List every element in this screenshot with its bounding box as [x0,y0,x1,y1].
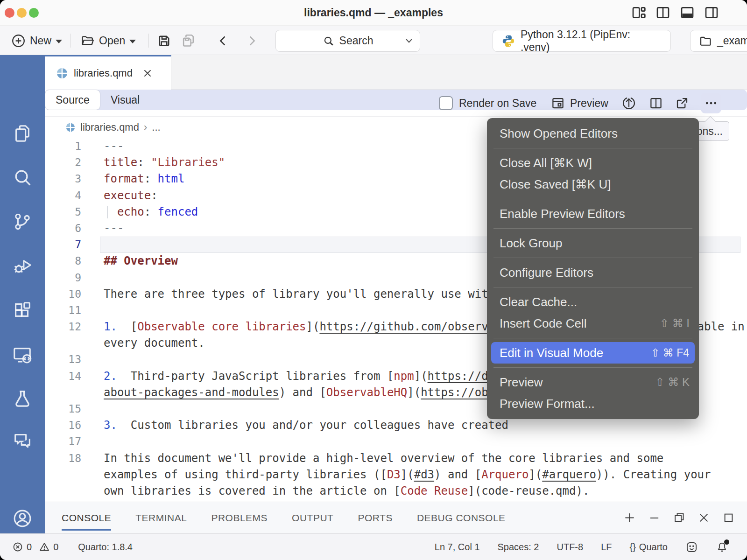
editor-toolbar: Source Visual Render on Save Preview [45,90,747,117]
explorer-icon[interactable] [12,123,33,144]
chevron-down-icon [129,40,136,43]
save-button[interactable] [157,26,171,55]
quarto-version-status[interactable]: Quarto: 1.8.4 [78,542,133,553]
indent-guide [107,206,108,218]
code-token: [ [117,320,137,333]
line-number: 10 [45,286,81,302]
feedback-smiley-icon[interactable] [685,541,698,553]
error-count: 0 [27,542,32,553]
panel-tab-output[interactable]: OUTPUT [292,502,333,534]
panel-close-icon[interactable] [698,511,710,524]
menu-item-enable-preview-editors[interactable]: Enable Preview Editors [487,203,699,224]
code-token: execute [104,189,151,202]
panel-restore-icon[interactable] [673,511,685,524]
toggle-panel-icon[interactable] [680,5,695,20]
open-label: Open [99,35,125,47]
search-input[interactable]: Search [275,30,420,52]
interpreter-selector[interactable]: Python 3.12.1 (PipEnv: .venv) [493,30,671,52]
comments-icon[interactable] [12,430,33,452]
tab-libraries-qmd[interactable]: libraries.qmd [45,55,171,90]
warning-icon [39,541,50,553]
navigate-forward-button[interactable] [245,26,259,55]
new-button[interactable]: New [11,26,62,55]
extensions-icon[interactable] [12,300,33,321]
menu-item-shortcut: ⇧ ⌘ F4 [651,347,689,359]
remote-explorer-icon[interactable] [12,344,33,366]
close-icon[interactable] [142,68,153,79]
panel-tab-terminal[interactable]: TERMINAL [135,502,187,534]
toolbar-divider [70,34,70,48]
render-circle-up-icon [622,96,636,110]
code-token: fenced [158,205,198,218]
accounts-icon[interactable] [12,508,33,529]
breadcrumb-ellipsis[interactable]: ... [152,121,160,133]
source-control-icon[interactable] [12,211,33,232]
language-mode-status[interactable]: {} Quarto [629,542,668,553]
save-all-button[interactable] [181,26,196,55]
menu-item-close-all-k-w[interactable]: Close All [⌘K W] [487,152,699,174]
toggle-secondary-sidebar-icon[interactable] [704,5,719,20]
code-line-16[interactable]: 163. Custom libraries you and/or your co… [45,417,747,434]
panel-tab-debug-console[interactable]: DEBUG CONSOLE [417,502,506,534]
indent-status[interactable]: Spaces: 2 [498,542,539,553]
project-button[interactable]: _examples [690,30,747,52]
ellipsis-icon [704,96,718,110]
render-document-button[interactable] [622,90,636,117]
problems-status[interactable]: 0 0 [12,541,58,553]
code-token: There are three types of library you'll … [104,287,529,301]
search-icon[interactable] [12,167,33,188]
panel-tab-problems[interactable]: PROBLEMS [211,502,268,534]
menu-item-preview[interactable]: Preview⇧ ⌘ K [487,371,699,393]
breadcrumb-file[interactable]: libraries.qmd [80,121,139,133]
notifications-bell[interactable] [716,541,728,553]
customize-layout-icon[interactable] [631,5,646,20]
code-line-18-wrap1[interactable]: examples of using third-party libraries … [45,467,747,483]
code-token: examples of using third-party libraries … [104,468,387,481]
line-number: 17 [45,434,81,450]
code-line-17[interactable]: 17 [45,434,747,450]
panel-minimize-icon[interactable] [648,511,661,524]
tab-label: libraries.qmd [74,67,133,79]
preview-button[interactable]: Preview [551,90,608,117]
panel-plus-icon[interactable] [623,511,636,524]
cursor-position-status[interactable]: Ln 7, Col 1 [435,542,480,553]
line-number: 13 [45,351,81,368]
run-debug-icon[interactable] [12,255,33,277]
render-on-save-checkbox[interactable] [439,96,453,110]
more-actions-button[interactable] [701,93,721,113]
encoding-status[interactable]: UTF-8 [557,542,583,553]
menu-item-configure-editors[interactable]: Configure Editors [487,262,699,283]
panel-maximize-icon[interactable] [722,511,735,524]
menu-item-close-saved-k-u[interactable]: Close Saved [⌘K U] [487,174,699,195]
eol-status[interactable]: LF [601,542,612,553]
line-number: 2 [45,154,81,171]
code-line-18[interactable]: 18In this document we'll provide a high-… [45,450,747,467]
line-number: 8 [45,253,81,269]
source-mode-button[interactable]: Source [45,90,100,110]
menu-item-preview-format[interactable]: Preview Format... [487,393,699,414]
top-toolbar: New Open Search [0,26,747,55]
code-line-18-wrap2[interactable]: own libraries is covered in the article … [45,483,747,499]
navigate-back-button[interactable] [216,26,230,55]
panel-tab-ports[interactable]: PORTS [358,502,392,534]
open-in-new-window-button[interactable] [675,90,689,117]
split-editor-layout-icon[interactable] [655,5,670,20]
search-icon [323,35,335,47]
code-token: 2. [104,370,117,383]
open-button[interactable]: Open [80,26,136,55]
plus-circle-icon [11,34,26,48]
chevron-left-icon [216,34,230,48]
split-editor-button[interactable] [649,90,663,117]
menu-item-lock-group[interactable]: Lock Group [487,232,699,254]
menu-item-label: Edit in Visual Mode [500,346,603,360]
menu-item-show-opened-editors[interactable]: Show Opened Editors [487,123,699,144]
menu-item-clear-cache[interactable]: Clear Cache... [487,291,699,313]
visual-mode-button[interactable]: Visual [100,90,150,110]
menu-item-insert-code-cell[interactable]: Insert Code Cell⇧ ⌘ I [487,313,699,334]
preview-icon [551,96,565,110]
code-token: Code Reuse [401,484,468,497]
code-token: Arquero [481,468,529,481]
panel-tab-console[interactable]: CONSOLE [62,502,111,534]
testing-icon[interactable] [12,388,33,410]
menu-item-edit-in-visual-mode[interactable]: Edit in Visual Mode⇧ ⌘ F4 [491,342,695,364]
